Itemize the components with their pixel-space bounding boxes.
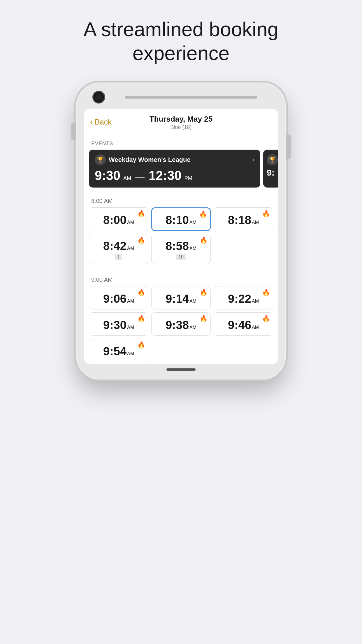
back-chevron-icon: ‹ xyxy=(90,117,93,127)
trophy-icon: 🏆 xyxy=(95,154,106,165)
slot-time-800: 8:00 AM xyxy=(103,214,134,227)
slot-818[interactable]: 🔥 8:18 AM xyxy=(214,207,273,231)
slots-grid-8am: 🔥 8:00 AM 🔥 8:10 AM 🔥 xyxy=(84,207,278,266)
flame-icon-954: 🔥 xyxy=(137,341,145,349)
app-body: EVENTS 🏆 Weekday Women's League › 9:30 A… xyxy=(84,135,278,364)
event-card-partial[interactable]: 🏆 9: xyxy=(263,150,278,188)
event-end-period: PM xyxy=(184,175,192,181)
flame-icon-906: 🔥 xyxy=(137,289,145,296)
header-subtitle: Blue (18) xyxy=(91,124,271,130)
flame-icon-946: 🔥 xyxy=(262,315,270,323)
slot-810[interactable]: 🔥 8:10 AM xyxy=(151,207,211,231)
events-section-label: EVENTS xyxy=(84,135,278,150)
flame-icon-800: 🔥 xyxy=(137,210,145,218)
phone-speaker xyxy=(125,96,257,99)
flame-icon-842: 🔥 xyxy=(137,237,145,244)
slot-842[interactable]: 🔥 8:42 AM 1 xyxy=(89,234,148,264)
slot-800[interactable]: 🔥 8:00 AM xyxy=(89,207,148,231)
phone-camera xyxy=(93,91,105,103)
section-divider-2 xyxy=(84,269,278,269)
slot-badge-842: 1 xyxy=(115,254,122,260)
flame-icon-858: 🔥 xyxy=(200,237,208,244)
phone-top-bezel xyxy=(84,91,278,109)
event-name: Weekday Women's League xyxy=(109,156,191,164)
event-start-period: AM xyxy=(123,175,131,181)
slot-time-954: 9:54 AM xyxy=(103,345,134,358)
slot-906[interactable]: 🔥 9:06 AM xyxy=(89,286,148,309)
slot-954[interactable]: 🔥 9:54 AM xyxy=(89,339,148,362)
header-date: Thursday, May 25 xyxy=(91,115,271,124)
flame-icon-810: 🔥 xyxy=(199,211,207,218)
flame-icon-938: 🔥 xyxy=(200,315,208,323)
event-time-row: 9:30 AM — 12:30 PM xyxy=(95,168,254,183)
time-group-label-9am: 9:00 AM xyxy=(84,271,278,286)
slot-914[interactable]: 🔥 9:14 AM xyxy=(151,286,211,309)
event-end-time: 12:30 xyxy=(149,168,182,183)
event-arrow-icon: › xyxy=(252,156,254,164)
section-divider-1 xyxy=(84,190,278,190)
partial-time: 9: xyxy=(267,168,277,178)
event-card-main[interactable]: 🏆 Weekday Women's League › 9:30 AM — 12:… xyxy=(89,150,260,188)
time-group-label-8am: 8:00 AM xyxy=(84,192,278,207)
phone-side-button-right xyxy=(286,135,290,158)
event-start-time: 9:30 xyxy=(95,168,120,183)
phone-side-button-left xyxy=(72,123,76,139)
slot-time-810: 8:10 AM xyxy=(166,214,196,227)
home-indicator xyxy=(166,368,196,371)
flame-icon-914: 🔥 xyxy=(200,289,208,296)
slot-time-930: 9:30 AM xyxy=(103,318,134,332)
slot-time-938: 9:38 AM xyxy=(166,318,196,332)
events-scroll-container: 🏆 Weekday Women's League › 9:30 AM — 12:… xyxy=(84,150,278,188)
slot-time-906: 9:06 AM xyxy=(103,292,134,305)
slot-time-922: 9:22 AM xyxy=(228,292,259,305)
slots-grid-9am: 🔥 9:06 AM 🔥 9:14 AM 🔥 xyxy=(84,286,278,364)
slot-930[interactable]: 🔥 9:30 AM xyxy=(89,312,148,336)
page-title: A streamlined booking experience xyxy=(83,18,278,65)
event-left: 🏆 Weekday Women's League xyxy=(95,154,191,165)
slot-time-914: 9:14 AM xyxy=(166,292,196,305)
slot-938[interactable]: 🔥 9:38 AM xyxy=(151,312,211,336)
slot-time-946: 9:46 AM xyxy=(228,318,259,332)
slot-946[interactable]: 🔥 9:46 AM xyxy=(214,312,273,336)
phone-bottom-bezel xyxy=(84,364,278,371)
event-dash: — xyxy=(135,172,145,182)
slot-922[interactable]: 🔥 9:22 AM xyxy=(214,286,273,309)
partial-trophy-icon: 🏆 xyxy=(267,154,278,165)
back-label: Back xyxy=(95,118,112,127)
phone-screen: ‹ Back Thursday, May 25 Blue (18) EVENTS… xyxy=(84,109,278,364)
slot-badge-858: 10 xyxy=(176,254,186,260)
flame-icon-930: 🔥 xyxy=(137,315,145,323)
flame-icon-922: 🔥 xyxy=(262,289,270,296)
event-top-row: 🏆 Weekday Women's League › xyxy=(95,154,254,165)
app-header: ‹ Back Thursday, May 25 Blue (18) xyxy=(84,109,278,135)
slot-time-818: 8:18 AM xyxy=(228,214,259,227)
phone-mockup: ‹ Back Thursday, May 25 Blue (18) EVENTS… xyxy=(76,83,286,379)
slot-858[interactable]: 🔥 8:58 AM 10 xyxy=(151,234,211,264)
slot-time-858: 8:58 AM xyxy=(166,239,196,253)
slot-time-842: 8:42 AM xyxy=(103,239,134,253)
back-button[interactable]: ‹ Back xyxy=(90,117,112,127)
flame-icon-818: 🔥 xyxy=(262,210,270,218)
